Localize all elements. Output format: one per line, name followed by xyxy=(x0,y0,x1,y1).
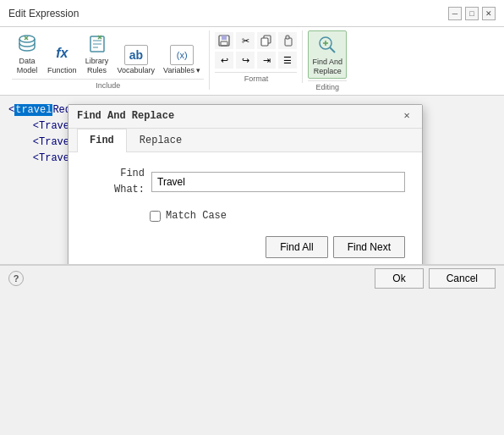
find-what-input[interactable] xyxy=(151,172,405,192)
function-button[interactable]: fx Function xyxy=(44,40,80,77)
vocabulary-icon: ab xyxy=(124,45,148,65)
minimize-button[interactable]: ─ xyxy=(448,7,462,20)
variables-icon: (x) xyxy=(170,45,194,65)
find-next-button[interactable]: Find Next xyxy=(333,236,405,258)
format-copy-icon[interactable] xyxy=(257,32,276,49)
svg-line-18 xyxy=(330,47,335,52)
include-group-label: Include xyxy=(12,79,204,90)
include-group: DataModel fx Function xyxy=(7,30,210,90)
title-bar-controls: ─ □ ✕ xyxy=(448,7,496,20)
library-rules-icon xyxy=(85,32,109,56)
format-undo-icon[interactable]: ↩ xyxy=(215,52,233,69)
dialog-title-bar: Find And Replace ✕ xyxy=(68,105,422,129)
find-what-label: Find What: xyxy=(85,166,145,198)
find-tab[interactable]: Find xyxy=(77,129,127,152)
include-buttons: DataModel fx Function xyxy=(12,30,204,77)
format-group-label: Format xyxy=(215,72,297,83)
format-save-icon[interactable] xyxy=(215,32,233,49)
format-outdent-icon[interactable]: ☰ xyxy=(278,52,297,69)
variables-button[interactable]: (x) Variables ▾ xyxy=(160,43,204,77)
status-right: Ok Cancel xyxy=(375,268,496,289)
library-rules-button[interactable]: LibraryRules xyxy=(82,30,112,77)
find-replace-dialog: Find And Replace ✕ Find Replace Find Wha… xyxy=(68,104,423,265)
dialog-title: Find And Replace xyxy=(77,108,174,124)
svg-rect-16 xyxy=(286,36,289,39)
svg-rect-11 xyxy=(222,36,227,40)
status-left: ? xyxy=(8,271,24,286)
window-title: Edit Expression xyxy=(8,8,79,19)
format-cut-icon[interactable]: ✂ xyxy=(236,32,255,49)
match-case-checkbox[interactable] xyxy=(150,211,161,222)
find-and-replace-button[interactable]: Find AndReplace xyxy=(308,30,347,79)
editing-buttons: Find AndReplace xyxy=(308,30,347,79)
variables-label: Variables ▾ xyxy=(163,66,200,75)
action-buttons-row: Find All Find Next xyxy=(85,236,405,258)
ok-button[interactable]: Ok xyxy=(375,268,423,289)
format-group: ✂ ↩ ↪ ⇥ ☰ Format xyxy=(210,30,303,83)
format-redo-icon[interactable]: ↪ xyxy=(236,52,255,69)
match-case-label[interactable]: Match Case xyxy=(166,208,227,224)
find-replace-label: Find AndReplace xyxy=(312,58,342,76)
dialog-overlay: Find And Replace ✕ Find Replace Find Wha… xyxy=(0,96,504,264)
status-bar: ? Ok Cancel xyxy=(0,265,504,292)
cancel-button[interactable]: Cancel xyxy=(429,268,496,289)
svg-rect-14 xyxy=(261,38,268,46)
find-all-button[interactable]: Find All xyxy=(266,236,327,258)
function-label: Function xyxy=(47,66,77,75)
find-replace-icon xyxy=(315,33,339,57)
code-area: <travelRequest.TravelAdvance.TotalAdvanc… xyxy=(0,96,504,265)
vocabulary-button[interactable]: ab Vocabulary xyxy=(114,43,159,77)
status-help-button[interactable]: ? xyxy=(8,271,24,286)
editing-group-label: Editing xyxy=(308,80,347,91)
title-bar: Edit Expression ─ □ ✕ xyxy=(0,0,504,27)
data-model-label: DataModel xyxy=(17,57,38,75)
library-rules-label: LibraryRules xyxy=(85,57,109,75)
format-indent-icon[interactable]: ⇥ xyxy=(257,52,276,69)
replace-tab[interactable]: Replace xyxy=(127,129,194,152)
close-window-button[interactable]: ✕ xyxy=(482,7,496,20)
format-paste-icon[interactable] xyxy=(278,32,297,49)
ribbon: DataModel fx Function xyxy=(0,27,504,96)
match-case-row: Match Case xyxy=(85,208,405,224)
svg-rect-12 xyxy=(221,41,227,46)
vocabulary-label: Vocabulary xyxy=(118,66,156,75)
function-icon: fx xyxy=(50,41,74,65)
find-what-row: Find What: xyxy=(85,166,405,198)
data-model-button[interactable]: DataModel xyxy=(12,30,42,77)
maximize-button[interactable]: □ xyxy=(465,7,479,20)
format-buttons: ✂ ↩ ↪ ⇥ ☰ xyxy=(215,30,297,70)
dialog-close-button[interactable]: ✕ xyxy=(400,109,414,123)
data-model-icon xyxy=(15,32,39,56)
dialog-body: Find What: Match Case Find All Find Next xyxy=(68,152,422,265)
editing-group: Find AndReplace Editing xyxy=(303,30,352,91)
dialog-tabs: Find Replace xyxy=(68,129,422,152)
